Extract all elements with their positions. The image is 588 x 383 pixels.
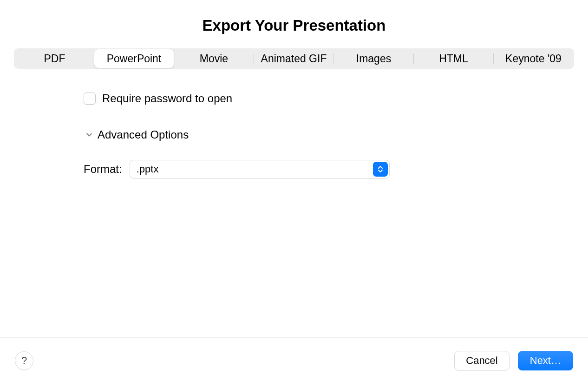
tab-label: Images xyxy=(356,53,391,65)
export-content: Require password to open Advanced Option… xyxy=(0,69,588,337)
tab-animated-gif[interactable]: Animated GIF xyxy=(254,49,333,68)
dialog-footer: ? Cancel Next… xyxy=(0,337,588,383)
format-label: Format: xyxy=(84,163,122,176)
dialog-title: Export Your Presentation xyxy=(0,0,588,48)
tab-label: PowerPoint xyxy=(107,53,162,65)
help-button[interactable]: ? xyxy=(15,351,33,370)
next-button[interactable]: Next… xyxy=(518,351,573,370)
require-password-checkbox[interactable] xyxy=(84,92,96,105)
format-row: Format: .pptx xyxy=(84,160,574,178)
format-select-wrap: .pptx xyxy=(130,160,390,178)
export-format-tabs: PDF PowerPoint Movie Animated GIF Images… xyxy=(14,48,574,69)
tab-label: HTML xyxy=(439,53,468,65)
require-password-row: Require password to open xyxy=(84,92,574,105)
tab-pdf[interactable]: PDF xyxy=(15,49,94,68)
tab-movie[interactable]: Movie xyxy=(174,49,254,68)
tab-keynote-09[interactable]: Keynote '09 xyxy=(494,49,573,68)
tab-html[interactable]: HTML xyxy=(414,49,493,68)
tab-label: Animated GIF xyxy=(261,53,327,65)
require-password-label: Require password to open xyxy=(102,92,232,105)
cancel-button[interactable]: Cancel xyxy=(454,351,509,370)
tab-label: Keynote '09 xyxy=(505,53,562,65)
tab-powerpoint[interactable]: PowerPoint xyxy=(94,49,174,68)
format-select[interactable]: .pptx xyxy=(130,160,390,178)
tab-images[interactable]: Images xyxy=(334,49,413,68)
tab-label: Movie xyxy=(200,53,228,65)
export-dialog: Export Your Presentation PDF PowerPoint … xyxy=(0,0,588,383)
chevron-down-icon xyxy=(85,131,93,139)
advanced-options-toggle[interactable]: Advanced Options xyxy=(85,128,574,141)
tab-label: PDF xyxy=(44,53,65,65)
advanced-options-label: Advanced Options xyxy=(98,128,189,141)
